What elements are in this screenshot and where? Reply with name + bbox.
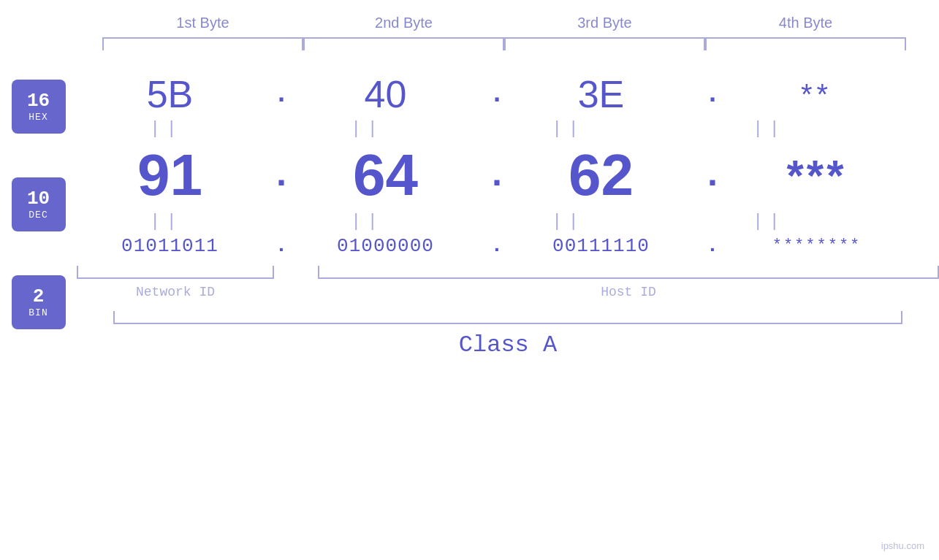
hex-badge-label: HEX: [28, 112, 47, 123]
equals-row-2: || || || ||: [77, 209, 939, 234]
class-bracket: [113, 311, 902, 324]
bin-b1-value: 01011011: [77, 235, 278, 257]
bin-badge: 2 BIN: [12, 275, 66, 329]
hex-b3-cell: 3E: [508, 72, 709, 116]
eq2-b3: ||: [479, 209, 680, 234]
network-id-bracket: [77, 266, 274, 279]
equals-row-1: || || || ||: [77, 116, 939, 142]
top-brackets: [102, 37, 939, 50]
bin-badge-label: BIN: [28, 307, 47, 318]
bin-b3-cell: 00111110: [508, 235, 709, 257]
hex-row: 5B . 40 . 3E . **: [77, 72, 939, 116]
badges-column: 16 HEX 10 DEC 2 BIN: [0, 72, 77, 560]
bracket-3: [504, 37, 705, 50]
eq1-b4: ||: [680, 116, 881, 142]
bin-b4-value: ********: [723, 237, 924, 255]
dec-badge: 10 DEC: [12, 177, 66, 231]
hex-badge: 16 HEX: [12, 80, 66, 134]
dec-b2-value: 64: [292, 142, 493, 209]
bin-b2-cell: 01000000: [292, 235, 493, 257]
dec-row: 91 . 64 . 62 . ***: [77, 142, 939, 209]
eq1-b3: ||: [479, 116, 680, 142]
eq2-b2: ||: [278, 209, 479, 234]
host-id-group: Host ID: [318, 266, 939, 299]
dec-b3-value: 62: [508, 142, 709, 209]
bin-b2-value: 01000000: [292, 235, 493, 257]
content-area: 16 HEX 10 DEC 2 BIN 5B . 40: [0, 72, 939, 560]
host-id-label: Host ID: [601, 285, 656, 299]
bin-badge-number: 2: [33, 286, 45, 307]
hex-badge-number: 16: [27, 91, 50, 112]
dec-b2-cell: 64: [292, 142, 493, 209]
network-id-label: Network ID: [136, 285, 215, 299]
hex-b4-value: **: [723, 78, 924, 111]
bin-b3-value: 00111110: [508, 235, 709, 257]
byte2-header: 2nd Byte: [303, 15, 504, 31]
dec-b1-value: 91: [77, 142, 278, 209]
bracket-1: [102, 37, 303, 50]
byte1-header: 1st Byte: [102, 15, 303, 31]
hex-b4-cell: **: [723, 78, 924, 111]
bin-b1-cell: 01011011: [77, 235, 278, 257]
main-container: 1st Byte 2nd Byte 3rd Byte 4th Byte 16 H…: [0, 0, 939, 560]
eq1-b1: ||: [77, 116, 278, 142]
byte4-header: 4th Byte: [705, 15, 906, 31]
byte-headers: 1st Byte 2nd Byte 3rd Byte 4th Byte: [102, 15, 939, 31]
hex-b2-value: 40: [292, 72, 493, 116]
dec-b4-cell: ***: [723, 150, 924, 201]
byte3-header: 3rd Byte: [504, 15, 705, 31]
dec-b3-cell: 62: [508, 142, 709, 209]
eq1-b2: ||: [278, 116, 479, 142]
watermark: ipshu.com: [881, 540, 924, 551]
dec-badge-number: 10: [27, 188, 50, 210]
dec-b1-cell: 91: [77, 142, 278, 209]
bottom-brackets-row: Network ID Host ID: [77, 266, 939, 299]
class-label: Class A: [459, 331, 557, 358]
bracket-2: [303, 37, 504, 50]
hex-b1-value: 5B: [77, 72, 278, 116]
dec-badge-label: DEC: [28, 210, 47, 220]
dec-b4-value: ***: [723, 150, 924, 201]
bin-b4-cell: ********: [723, 237, 924, 255]
hex-b1-cell: 5B: [77, 72, 278, 116]
eq2-b1: ||: [77, 209, 278, 234]
bin-row: 01011011 . 01000000 . 00111110 . *******…: [77, 234, 939, 257]
bracket-4: [705, 37, 906, 50]
host-id-bracket: [318, 266, 939, 279]
hex-b2-cell: 40: [292, 72, 493, 116]
eq2-b4: ||: [680, 209, 881, 234]
network-id-group: Network ID: [77, 266, 274, 299]
values-grid: 5B . 40 . 3E . ** || || || ||: [77, 72, 939, 560]
hex-b3-value: 3E: [508, 72, 709, 116]
class-row: Class A: [77, 311, 939, 358]
